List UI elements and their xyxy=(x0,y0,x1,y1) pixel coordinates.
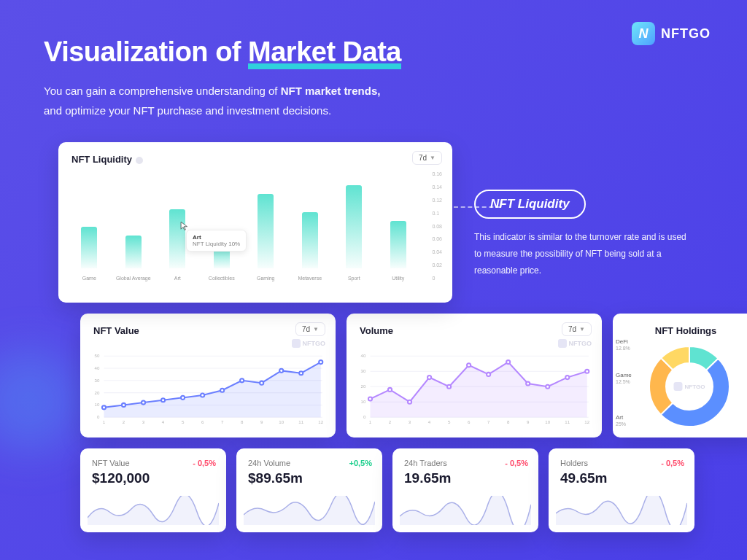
title-underlined: Market Data xyxy=(248,36,401,68)
bar-column[interactable]: Metaverse xyxy=(293,212,328,281)
sparkline xyxy=(244,496,375,525)
bar-label: Game xyxy=(82,276,96,281)
stat-row: NFT Value- 0,5%$120,00024h Volume+0,5%$8… xyxy=(80,448,747,532)
label-name: Art xyxy=(616,414,623,421)
ytick: 0.16 xyxy=(432,171,442,176)
svg-text:6: 6 xyxy=(201,419,204,424)
cursor-icon xyxy=(179,221,190,231)
bar-label: Sport xyxy=(348,276,360,281)
label-name: DeFi xyxy=(616,338,628,345)
bar-column[interactable]: Global Average xyxy=(116,236,152,281)
hero-header: Visualization of Market Data You can gai… xyxy=(0,0,747,135)
svg-point-46 xyxy=(368,397,372,400)
watermark-text: NFTGO xyxy=(685,384,705,390)
svg-text:9: 9 xyxy=(527,419,530,424)
holdings-card: NFT Holdings NFTGO DeFi12.8% Game12.5% A… xyxy=(613,314,747,438)
svg-text:50: 50 xyxy=(95,353,100,358)
volume-title: Volume xyxy=(360,325,589,336)
svg-point-19 xyxy=(240,378,244,382)
bar xyxy=(258,194,274,268)
stat-delta: - 0,5% xyxy=(505,459,528,467)
watermark: NFTGO xyxy=(292,339,326,348)
stat-card[interactable]: NFT Value- 0,5%$120,000 xyxy=(80,448,226,532)
svg-text:5: 5 xyxy=(448,419,451,424)
svg-point-14 xyxy=(142,401,145,405)
svg-text:1: 1 xyxy=(369,419,372,424)
svg-text:10: 10 xyxy=(95,402,100,407)
nft-value-range-selector[interactable]: 7d▼ xyxy=(295,322,325,336)
svg-point-12 xyxy=(102,405,106,409)
watermark-text: NFTGO xyxy=(303,340,326,347)
page-title: Visualization of Market Data xyxy=(44,36,703,68)
svg-text:40: 40 xyxy=(95,365,100,370)
bar xyxy=(302,212,318,268)
svg-text:10: 10 xyxy=(545,419,550,424)
stat-card[interactable]: 24h Traders- 0,5%19.65m xyxy=(392,448,538,532)
volume-chart: 403020100123456789101112 xyxy=(355,350,595,425)
liquidity-range-selector[interactable]: 7d▼ xyxy=(412,151,442,165)
svg-point-57 xyxy=(585,370,589,373)
donut-label-defi: DeFi12.8% xyxy=(616,338,630,351)
svg-text:10: 10 xyxy=(361,399,366,404)
svg-text:3: 3 xyxy=(409,419,411,424)
stat-card[interactable]: 24h Volume+0,5%$89.65m xyxy=(236,448,382,532)
bar-column[interactable]: Gaming xyxy=(248,194,284,281)
volume-card: Volume 7d▼ NFTGO 40302010012345678910111… xyxy=(347,314,602,438)
svg-text:8: 8 xyxy=(241,419,244,424)
svg-point-56 xyxy=(565,376,569,379)
watermark-text: NFTGO xyxy=(569,340,592,347)
svg-text:0: 0 xyxy=(363,414,366,419)
chevron-down-icon: ▼ xyxy=(313,326,319,332)
bar-label: Art xyxy=(174,276,181,281)
info-dot-icon[interactable] xyxy=(136,157,143,164)
watermark: NFTGO xyxy=(558,339,592,348)
svg-text:6: 6 xyxy=(468,419,471,424)
stat-delta: +0,5% xyxy=(349,459,373,467)
ytick: 0 xyxy=(432,276,442,281)
brand: N NFTGO xyxy=(632,22,711,45)
svg-point-17 xyxy=(201,393,204,397)
stat-value: 49.65m xyxy=(560,470,683,486)
tooltip-value: NFT Liquidity 10% xyxy=(193,241,240,247)
tooltip-category: Art xyxy=(193,234,240,241)
bar-column[interactable]: Game xyxy=(71,227,107,281)
svg-point-15 xyxy=(161,398,165,402)
ytick: 0.12 xyxy=(432,198,442,203)
ytick: 0.06 xyxy=(432,236,442,241)
svg-point-54 xyxy=(526,381,530,385)
sparkline xyxy=(88,496,219,525)
stat-card[interactable]: Holders- 0,5%49.65m xyxy=(549,448,694,532)
svg-text:12: 12 xyxy=(318,419,323,424)
svg-point-50 xyxy=(447,385,451,389)
svg-text:11: 11 xyxy=(565,419,570,424)
bar-column[interactable]: Utility xyxy=(381,221,417,281)
volume-range-selector[interactable]: 7d▼ xyxy=(562,322,592,336)
svg-text:30: 30 xyxy=(95,378,100,383)
svg-text:10: 10 xyxy=(279,419,284,424)
brand-logo-icon: N xyxy=(632,22,655,45)
svg-text:8: 8 xyxy=(507,419,510,424)
svg-text:4: 4 xyxy=(162,419,165,424)
svg-text:0: 0 xyxy=(97,414,100,419)
bar-label: Utility xyxy=(392,276,404,281)
svg-point-16 xyxy=(181,396,185,400)
svg-text:30: 30 xyxy=(361,368,366,373)
bar-column[interactable]: Sport xyxy=(336,185,372,281)
ytick: 0.02 xyxy=(432,262,442,268)
bar xyxy=(169,209,185,268)
liquidity-title-text: NFT Liquidity xyxy=(71,154,132,165)
bar-label: Collectibles xyxy=(209,276,235,281)
bar-label: Global Average xyxy=(116,276,151,281)
svg-point-13 xyxy=(122,403,125,407)
svg-point-53 xyxy=(506,360,510,364)
svg-point-22 xyxy=(299,371,303,375)
label-pct: 12.5% xyxy=(616,379,630,384)
nft-value-title: NFT Value xyxy=(93,325,322,336)
svg-text:20: 20 xyxy=(361,384,366,389)
range-value: 7d xyxy=(419,154,427,162)
bar xyxy=(390,221,406,268)
subtitle-bold: NFT market trends, xyxy=(281,85,381,97)
svg-point-51 xyxy=(467,363,471,367)
stat-value: $89.65m xyxy=(248,470,371,486)
donut-label-art: Art25% xyxy=(616,414,626,427)
